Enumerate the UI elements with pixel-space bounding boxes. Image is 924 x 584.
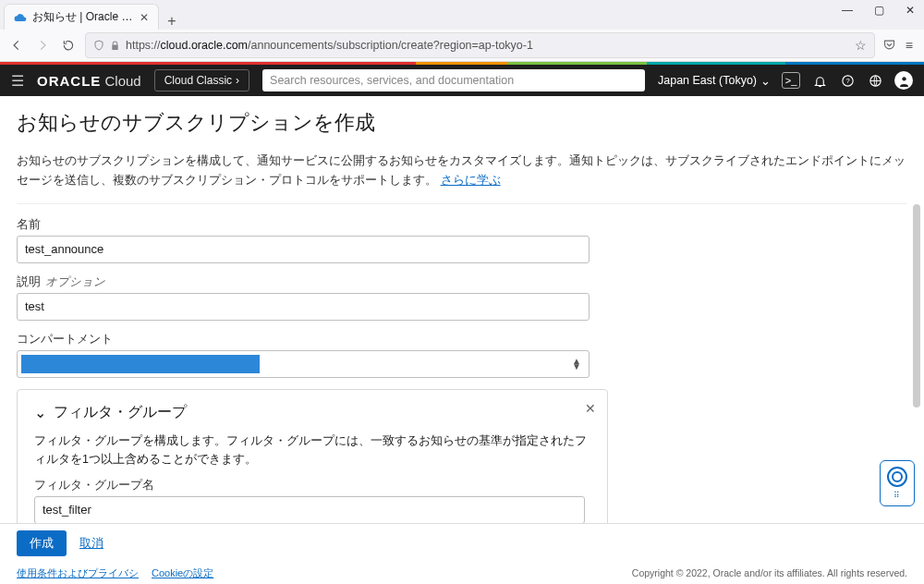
description-label: 説明 オプション <box>17 274 608 290</box>
form-area: 名前 test_announce 説明 オプション test コンパートメント … <box>17 203 907 524</box>
cloud-shell-icon[interactable]: >_ <box>782 72 800 89</box>
compartment-label: コンパートメント <box>17 332 608 347</box>
window-controls: — ▢ ✕ <box>839 4 918 17</box>
description-input[interactable]: test <box>17 293 590 321</box>
close-tab-icon[interactable]: ✕ <box>140 11 149 24</box>
create-button[interactable]: 作成 <box>17 530 67 556</box>
stepper-icon: ▲▼ <box>572 359 581 370</box>
region-selector[interactable]: Japan East (Tokyo) ⌄ <box>658 74 771 88</box>
dots-icon: ⠿ <box>894 491 901 500</box>
tab-title: お知らせ | Oracle Cloud Infrastru <box>32 9 134 25</box>
address-bar[interactable]: https://cloud.oracle.com/announcements/s… <box>85 32 875 58</box>
filter-group-name-field: フィルタ・グループ名 test_filter <box>34 478 589 524</box>
brand[interactable]: ORACLE Cloud <box>37 73 141 89</box>
terms-link[interactable]: 使用条件およびプライバシ <box>17 566 139 580</box>
user-avatar-icon[interactable] <box>894 71 913 90</box>
name-field: 名前 test_announce <box>17 217 608 263</box>
back-icon[interactable] <box>7 36 26 55</box>
reload-icon[interactable] <box>59 36 78 55</box>
tab-strip: お知らせ | Oracle Cloud Infrastru ✕ + — ▢ ✕ <box>0 0 924 30</box>
name-label: 名前 <box>17 217 608 233</box>
compartment-selected-highlight <box>21 355 260 373</box>
browser-tab[interactable]: お知らせ | Oracle Cloud Infrastru ✕ <box>4 4 159 30</box>
address-row: https://cloud.oracle.com/announcements/s… <box>0 30 924 61</box>
app-menu-icon[interactable]: ≡ <box>906 38 913 53</box>
pocket-icon[interactable] <box>882 38 896 53</box>
chevron-down-icon: ⌄ <box>34 404 46 421</box>
filter-group-card: ⌄ フィルタ・グループ ✕ フィルタ・グループを構成します。フィルタ・グループに… <box>17 389 608 524</box>
chevron-down-icon: ⌄ <box>760 74 771 88</box>
svg-text:?: ? <box>845 77 849 85</box>
forward-icon[interactable] <box>33 36 52 55</box>
new-tab-button[interactable]: + <box>159 13 185 30</box>
filter-group-description: フィルタ・グループを構成します。フィルタ・グループには、一致するお知らせの基準が… <box>34 432 590 468</box>
bookmark-star-icon[interactable]: ☆ <box>855 38 867 53</box>
life-ring-icon <box>887 467 907 487</box>
footer-links: 使用条件およびプライバシ Cookieの設定 <box>17 566 213 580</box>
browser-right-tools: ≡ <box>882 38 917 53</box>
help-floating-button[interactable]: ⠿ <box>880 460 915 506</box>
filter-group-name-input[interactable]: test_filter <box>34 496 585 524</box>
shield-icon <box>93 40 104 51</box>
svg-point-3 <box>902 77 906 80</box>
cancel-link[interactable]: 取消 <box>79 535 103 552</box>
maximize-icon[interactable]: ▢ <box>870 4 887 17</box>
cookie-settings-link[interactable]: Cookieの設定 <box>152 566 213 580</box>
globe-icon[interactable] <box>867 72 883 89</box>
bell-icon[interactable] <box>811 72 828 89</box>
learn-more-link[interactable]: さらに学ぶ <box>441 173 501 187</box>
cloud-favicon-icon <box>14 11 27 24</box>
cloud-classic-button[interactable]: Cloud Classic › <box>154 69 249 91</box>
compartment-field: コンパートメント ▲▼ <box>17 332 608 378</box>
close-filter-group-icon[interactable]: ✕ <box>585 401 596 416</box>
action-bar: 作成 取消 <box>0 523 924 562</box>
hamburger-icon[interactable]: ☰ <box>11 72 24 90</box>
page-content: お知らせのサブスクリプションを作成 お知らせのサブスクリプションを構成して、通知… <box>0 96 924 524</box>
url-text: https://cloud.oracle.com/announcements/s… <box>126 39 849 52</box>
scrollbar[interactable] <box>913 204 920 408</box>
copyright-text: Copyright © 2022, Oracle and/or its affi… <box>632 567 907 578</box>
oci-header: ☰ ORACLE Cloud Cloud Classic › Search re… <box>0 65 924 96</box>
close-window-icon[interactable]: ✕ <box>902 4 918 17</box>
name-input[interactable]: test_announce <box>17 236 590 263</box>
minimize-icon[interactable]: — <box>839 4 856 17</box>
lock-icon <box>110 41 120 51</box>
compartment-select[interactable]: ▲▼ <box>17 350 590 378</box>
help-circle-icon[interactable]: ? <box>839 72 856 89</box>
global-search-input[interactable]: Search resources, services, and document… <box>262 69 645 91</box>
description-field: 説明 オプション test <box>17 274 608 321</box>
chevron-right-icon: › <box>236 74 239 87</box>
page-title: お知らせのサブスクリプションを作成 <box>17 109 907 137</box>
browser-chrome: お知らせ | Oracle Cloud Infrastru ✕ + — ▢ ✕ … <box>0 0 924 62</box>
page-description: お知らせのサブスクリプションを構成して、通知サービスに公開するお知らせをカスタマ… <box>17 152 907 190</box>
filter-group-name-label: フィルタ・グループ名 <box>34 478 589 493</box>
footer-bar: 使用条件およびプライバシ Cookieの設定 Copyright © 2022,… <box>0 562 924 584</box>
filter-group-header[interactable]: ⌄ フィルタ・グループ <box>34 403 590 422</box>
